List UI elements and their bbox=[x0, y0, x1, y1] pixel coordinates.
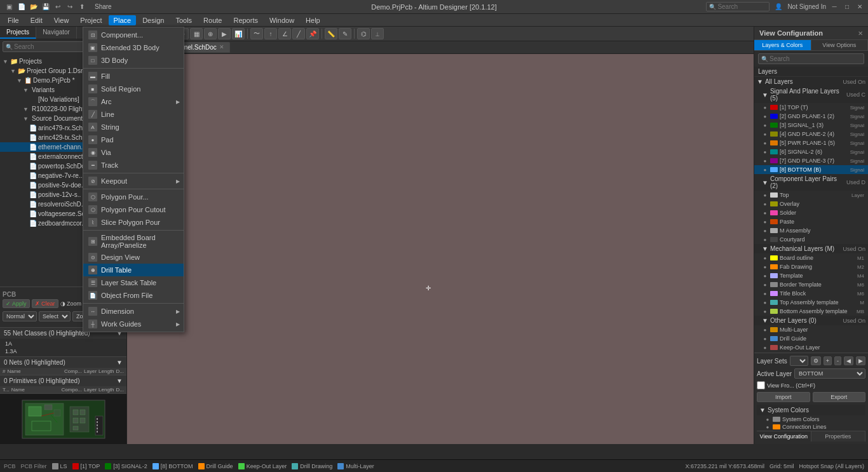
menu-place[interactable]: Place bbox=[109, 15, 137, 25]
layer-overlay[interactable]: ● Overlay bbox=[754, 199, 868, 208]
tb-net-btn[interactable]: ⌬ bbox=[357, 28, 370, 39]
menu-view[interactable]: View bbox=[49, 15, 74, 25]
layer-fab-drawing[interactable]: ● Fab Drawing M2 bbox=[754, 262, 868, 271]
layer-signal2-vis[interactable]: ● bbox=[762, 149, 768, 155]
tb-area-btn[interactable]: ▦ bbox=[190, 28, 203, 39]
layer-gnd1[interactable]: ● [2] GND PLANE-1 (2) Signal bbox=[754, 112, 868, 121]
primitives-header[interactable]: 0 Primitives (0 Highlighted) ▼ bbox=[0, 375, 126, 386]
sys-colors-vis-2[interactable]: ● bbox=[764, 424, 771, 430]
layer-signal2[interactable]: ● [6] SIGNAL-2 (6) Signal bbox=[754, 147, 868, 156]
layer-gnd3-vis[interactable]: ● bbox=[762, 158, 768, 164]
tb-save-icon[interactable]: 💾 bbox=[41, 2, 51, 12]
mech-layers-group[interactable]: ▼ Mechanical Layers (M) Used On bbox=[754, 244, 868, 253]
layer-top-ov-vis[interactable]: ● bbox=[762, 192, 768, 198]
layer-fab-vis[interactable]: ● bbox=[762, 264, 768, 270]
net-row-1_3A[interactable]: 1.3A bbox=[3, 347, 124, 355]
menu-arc[interactable]: ⌒ Arc bbox=[83, 95, 184, 108]
layer-signal1[interactable]: ● [3] SIGNAL_1 (3) Signal bbox=[754, 121, 868, 130]
menu-solid-region[interactable]: ■ Solid Region bbox=[83, 83, 184, 95]
menu-help[interactable]: Help bbox=[301, 15, 325, 25]
layer-massembly[interactable]: ● M Assembly bbox=[754, 226, 868, 235]
layer-ov-vis[interactable]: ● bbox=[762, 201, 768, 207]
layer-paste[interactable]: ● Paste bbox=[754, 217, 868, 226]
menu-edit[interactable]: Edit bbox=[25, 15, 48, 25]
other-layers-group[interactable]: ▼ Other Layers (0) Used On bbox=[754, 316, 868, 325]
menu-embedded-board[interactable]: ⊞ Embedded Board Array/Panelize bbox=[83, 232, 184, 251]
tb-note-btn[interactable]: ✎ bbox=[339, 28, 351, 39]
menu-polygon-cutout[interactable]: ⬡ Polygon Pour Cutout bbox=[83, 203, 184, 216]
menu-design[interactable]: Design bbox=[137, 15, 169, 25]
layer-top-vis[interactable]: ● bbox=[762, 104, 768, 111]
normal-dropdown[interactable]: Normal bbox=[3, 311, 37, 321]
layer-template-vis[interactable]: ● bbox=[762, 273, 768, 279]
layer-courtyard-vis[interactable]: ● bbox=[762, 236, 768, 243]
menu-window[interactable]: Window bbox=[264, 15, 299, 25]
layer-pwr1[interactable]: ● [5] PWR PLANE-1 (5) Signal bbox=[754, 138, 868, 147]
layer-top[interactable]: ● [1] TOP (T) Signal bbox=[754, 103, 868, 112]
layer-keepout[interactable]: ● Keep-Out Layer bbox=[754, 343, 868, 352]
right-panel-close-btn[interactable]: ✕ bbox=[858, 30, 863, 37]
menu-string[interactable]: A String bbox=[83, 121, 184, 133]
layer-gnd1-vis[interactable]: ● bbox=[762, 113, 768, 119]
menu-reports[interactable]: Reports bbox=[228, 15, 263, 25]
signal-layers-group[interactable]: ▼ Signal And Plane Layers (5) Used C bbox=[754, 86, 868, 103]
layer-drill-g-vis[interactable]: ● bbox=[762, 335, 768, 342]
layer-board-vis[interactable]: ● bbox=[762, 255, 768, 261]
layer-paste-vis[interactable]: ● bbox=[762, 219, 768, 225]
view-from-checkbox[interactable] bbox=[757, 381, 765, 389]
layer-gnd3[interactable]: ● [7] GND PLANE-3 (7) Signal bbox=[754, 156, 868, 165]
layer-massembly-vis[interactable]: ● bbox=[762, 227, 768, 234]
system-colors-item-2[interactable]: ● Connection Lines bbox=[757, 423, 865, 431]
menu-3dbody[interactable]: □ 3D Body bbox=[83, 54, 184, 67]
layer-multi[interactable]: ● Multi-Layer bbox=[754, 325, 868, 334]
select-dropdown[interactable]: Select bbox=[39, 311, 71, 321]
tb-open-icon[interactable]: 📂 bbox=[29, 2, 39, 12]
bottom-tab-properties[interactable]: Properties bbox=[811, 431, 866, 442]
layer-top-overlay[interactable]: ● Top Layer bbox=[754, 191, 868, 199]
active-layer-select[interactable]: BOTTOM bbox=[794, 368, 865, 379]
layer-board-outline[interactable]: ● Board outline M1 bbox=[754, 253, 868, 262]
menu-route[interactable]: Route bbox=[198, 15, 227, 25]
layer-multi-vis[interactable]: ● bbox=[762, 327, 768, 333]
tb-redo-icon[interactable]: ↪ bbox=[65, 2, 75, 12]
menu-component[interactable]: ⊡ Component... bbox=[83, 29, 184, 41]
layer-bot-assembly[interactable]: ● Bottom Assembly template MB bbox=[754, 307, 868, 316]
menu-via[interactable]: ◉ Via bbox=[83, 146, 184, 159]
maximize-btn[interactable]: □ bbox=[843, 3, 851, 11]
layer-top-asm-vis[interactable]: ● bbox=[762, 299, 768, 306]
menu-project[interactable]: Project bbox=[75, 15, 107, 25]
menu-obj-from-file[interactable]: 📄 Object From File bbox=[83, 289, 184, 302]
tb-line2-btn[interactable]: ╱ bbox=[292, 28, 305, 39]
all-layers-row[interactable]: ▼ All Layers Used On bbox=[754, 77, 868, 86]
layer-gnd2-vis[interactable]: ● bbox=[762, 131, 768, 137]
menu-dimension[interactable]: ↔ Dimension bbox=[83, 305, 184, 318]
system-colors-item-1[interactable]: ● System Colors bbox=[757, 415, 865, 423]
layer-border-vis[interactable]: ● bbox=[762, 281, 768, 288]
apply-btn[interactable]: ✓ Apply bbox=[3, 299, 30, 308]
tab-layers-colors[interactable]: Layers & Colors bbox=[754, 40, 811, 50]
layer-title-vis[interactable]: ● bbox=[762, 290, 768, 297]
tb-graph-btn[interactable]: 📊 bbox=[232, 28, 245, 39]
right-search-input[interactable] bbox=[770, 55, 861, 62]
layer-template[interactable]: ● Template M4 bbox=[754, 271, 868, 280]
layer-sets-add-btn[interactable]: + bbox=[824, 356, 832, 365]
tb-angle-btn[interactable]: ∠ bbox=[278, 28, 291, 39]
close-btn[interactable]: ✕ bbox=[855, 3, 864, 11]
layer-solder[interactable]: ● Solder bbox=[754, 208, 868, 217]
tb-pin-btn[interactable]: 📌 bbox=[306, 28, 319, 39]
title-search-input[interactable] bbox=[717, 3, 768, 10]
menu-ext3dbody[interactable]: ▣ Extended 3D Body bbox=[83, 41, 184, 54]
menu-polygon-pour[interactable]: ⬡ Polygon Pour... bbox=[83, 191, 184, 203]
clear-btn[interactable]: ✗ Clear bbox=[32, 299, 58, 308]
layer-courtyard[interactable]: ● Courtyard bbox=[754, 235, 868, 244]
net-row-1A[interactable]: 1A bbox=[3, 340, 124, 347]
menu-track[interactable]: ━ Track bbox=[83, 159, 184, 172]
tab-projects[interactable]: Projects bbox=[0, 27, 36, 39]
tb-share-icon[interactable]: ⬆ bbox=[77, 2, 87, 12]
layer-bot-asm-vis[interactable]: ● bbox=[762, 308, 768, 314]
layer-gnd2[interactable]: ● [4] GND PLANE-2 (4) Signal bbox=[754, 130, 868, 138]
layer-drill-guide[interactable]: ● Drill Guide bbox=[754, 334, 868, 343]
export-btn[interactable]: Export bbox=[813, 392, 866, 402]
menu-fill[interactable]: ▬ Fill bbox=[83, 70, 184, 83]
layer-bottom-vis[interactable]: ● bbox=[762, 166, 768, 173]
